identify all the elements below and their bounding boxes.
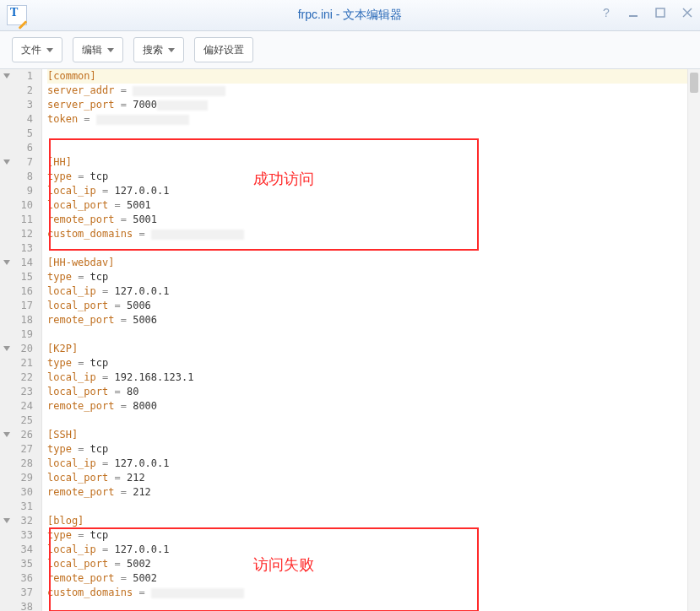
code-line[interactable] (47, 327, 700, 342)
app-window: frpc.ini - 文本编辑器 ? 文件 编辑 搜索 偏好 (0, 0, 700, 611)
line-number: 18 (0, 313, 41, 327)
code-line[interactable]: [SSH] (47, 428, 700, 442)
code-line[interactable]: [common] (47, 69, 700, 84)
line-number: 34 (0, 543, 41, 557)
menubar: 文件 编辑 搜索 偏好设置 (0, 31, 700, 69)
code-line[interactable]: remote_port = 212 (47, 485, 700, 500)
maximize-icon[interactable] (653, 5, 668, 20)
redacted-value (151, 588, 244, 598)
line-number: 3 (0, 98, 41, 112)
code-line[interactable]: local_ip = 127.0.0.1 (47, 543, 700, 557)
line-number: 16 (0, 284, 41, 299)
code-line[interactable]: [HH-webdav] (47, 256, 700, 270)
code-line[interactable]: [K2P] (47, 342, 700, 356)
line-number: 33 (0, 528, 41, 543)
line-number: 21 (0, 356, 41, 370)
line-number: 9 (0, 184, 41, 198)
line-number: 26 (0, 428, 41, 442)
redacted-value (96, 115, 189, 125)
line-number: 5 (0, 127, 41, 141)
editor-area[interactable]: 1234567891011121314151617181920212223242… (0, 69, 700, 611)
code-line[interactable]: remote_port = 8000 (47, 399, 700, 414)
line-number: 8 (0, 170, 41, 184)
line-number: 38 (0, 600, 41, 611)
line-number: 12 (0, 227, 41, 241)
line-number: 17 (0, 299, 41, 313)
code-content[interactable]: [common]server_addr = server_port = 7000… (42, 69, 700, 611)
line-number: 28 (0, 457, 41, 471)
code-line[interactable]: local_port = 5002 (47, 557, 700, 571)
line-number: 19 (0, 327, 41, 342)
code-line[interactable]: type = tcp (47, 442, 700, 457)
code-line[interactable] (47, 241, 700, 256)
app-icon (7, 5, 27, 25)
menu-edit[interactable]: 编辑 (73, 37, 123, 62)
title-appname: 文本编辑器 (343, 8, 402, 21)
help-icon[interactable]: ? (599, 5, 614, 20)
line-number: 20 (0, 342, 41, 356)
code-line[interactable]: custom_domains = (47, 586, 700, 600)
menu-file-label: 文件 (21, 43, 41, 57)
line-number: 13 (0, 241, 41, 256)
menu-edit-label: 编辑 (82, 43, 102, 57)
code-line[interactable]: local_ip = 192.168.123.1 (47, 370, 700, 385)
code-line[interactable]: token = (47, 112, 700, 127)
code-line[interactable]: type = tcp (47, 270, 700, 284)
code-line[interactable]: type = tcp (47, 528, 700, 543)
vertical-scrollbar[interactable] (687, 69, 700, 611)
line-number: 24 (0, 399, 41, 414)
code-line[interactable]: custom_domains = (47, 227, 700, 241)
line-number: 15 (0, 270, 41, 284)
line-number: 36 (0, 571, 41, 586)
code-line[interactable]: local_port = 5006 (47, 299, 700, 313)
code-line[interactable]: remote_port = 5006 (47, 313, 700, 327)
menu-prefs[interactable]: 偏好设置 (194, 37, 253, 62)
line-number: 11 (0, 213, 41, 227)
line-number: 6 (0, 141, 41, 155)
code-line[interactable]: local_ip = 127.0.0.1 (47, 457, 700, 471)
code-line[interactable]: local_ip = 127.0.0.1 (47, 184, 700, 198)
svg-rect-1 (656, 8, 665, 17)
code-line[interactable]: local_port = 5001 (47, 198, 700, 213)
redacted-value (133, 86, 225, 96)
menu-file[interactable]: 文件 (12, 37, 62, 62)
code-line[interactable]: [HH] (47, 155, 700, 170)
chevron-down-icon (168, 48, 175, 52)
redacted-value (151, 230, 244, 240)
code-line[interactable]: remote_port = 5002 (47, 571, 700, 586)
redacted-value (157, 100, 208, 111)
code-line[interactable]: server_port = 7000 (47, 98, 700, 112)
code-line[interactable] (47, 600, 700, 611)
line-number: 23 (0, 385, 41, 399)
code-line[interactable]: [blog] (47, 514, 700, 528)
titlebar: frpc.ini - 文本编辑器 ? (0, 0, 700, 31)
code-line[interactable]: local_port = 212 (47, 471, 700, 485)
code-line[interactable]: server_addr = (47, 84, 700, 98)
close-icon[interactable] (680, 5, 695, 20)
code-line[interactable]: local_port = 80 (47, 385, 700, 399)
title-sep: - (336, 8, 344, 21)
code-line[interactable] (47, 127, 700, 141)
line-number-gutter: 1234567891011121314151617181920212223242… (0, 69, 42, 611)
line-number: 14 (0, 256, 41, 270)
scrollbar-thumb[interactable] (690, 73, 698, 93)
menu-search[interactable]: 搜索 (133, 37, 184, 62)
line-number: 27 (0, 442, 41, 457)
line-number: 37 (0, 586, 41, 600)
line-number: 29 (0, 471, 41, 485)
line-number: 32 (0, 514, 41, 528)
minimize-icon[interactable] (626, 5, 641, 20)
code-line[interactable] (47, 414, 700, 428)
code-line[interactable]: remote_port = 5001 (47, 213, 700, 227)
code-line[interactable]: type = tcp (47, 356, 700, 370)
line-number: 1 (0, 69, 41, 84)
chevron-down-icon (107, 48, 114, 52)
code-line[interactable] (47, 141, 700, 155)
line-number: 30 (0, 485, 41, 500)
title-filename: frpc.ini (298, 8, 333, 21)
code-line[interactable]: local_ip = 127.0.0.1 (47, 284, 700, 299)
code-line[interactable] (47, 500, 700, 514)
code-line[interactable]: type = tcp (47, 170, 700, 184)
line-number: 10 (0, 198, 41, 213)
window-controls: ? (599, 5, 695, 20)
